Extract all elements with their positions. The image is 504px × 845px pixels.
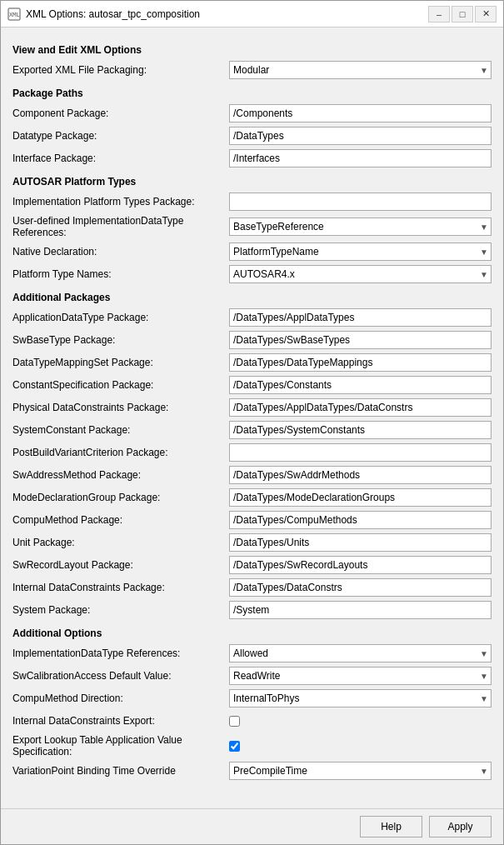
application-datatype-package-input[interactable] (229, 308, 492, 327)
sw-calibration-access-select[interactable]: ReadWrite ReadOnly NotAccessible (229, 667, 492, 685)
user-defined-impl-refs-wrapper: BaseTypeReference None ▼ (229, 218, 492, 236)
physical-dataconstraints-package-input[interactable] (229, 398, 492, 417)
datatype-package-input[interactable] (229, 127, 492, 145)
section-view-edit-header: View and Edit XML Options (12, 44, 492, 56)
impl-datatype-references-wrapper: Allowed Not Allowed ▼ (229, 644, 492, 662)
sw-basetype-package-label: SwBaseType Package: (12, 334, 229, 346)
internal-dataconstraints-package-label: Internal DataConstraints Package: (12, 582, 229, 593)
xml-icon: XML (7, 8, 21, 21)
title-bar: XML XML Options: autosar_tpc_composition… (1, 1, 503, 28)
physical-dataconstraints-package-row: Physical DataConstraints Package: (12, 398, 492, 417)
impl-datatype-references-label: ImplementationDataType References: (12, 648, 229, 659)
mode-declaration-group-package-input[interactable] (229, 488, 492, 507)
sw-address-method-package-input[interactable] (229, 466, 492, 484)
variation-point-binding-time-row: VariationPoint Binding Time Override Pre… (12, 762, 492, 780)
close-button[interactable]: ✕ (475, 6, 497, 22)
unit-package-row: Unit Package: (12, 533, 492, 552)
impl-platform-types-package-input[interactable] (229, 192, 492, 211)
platform-type-names-wrapper: AUTOSAR4.x AUTOSAR3.x ▼ (229, 265, 492, 283)
impl-datatype-references-row: ImplementationDataType References: Allow… (12, 644, 492, 662)
compu-method-package-input[interactable] (229, 511, 492, 529)
maximize-button[interactable]: □ (452, 6, 473, 22)
component-package-row: Component Package: (12, 104, 492, 122)
impl-platform-types-package-label: Implementation Platform Types Package: (12, 196, 229, 208)
export-lookup-table-row: Export Lookup Table Application Value Sp… (12, 734, 492, 758)
user-defined-impl-refs-label: User-defined ImplementationDataType Refe… (12, 215, 229, 238)
compu-method-package-label: CompuMethod Package: (12, 514, 229, 526)
internal-dataconstraints-export-checkbox[interactable] (229, 716, 240, 727)
unit-package-input[interactable] (229, 533, 492, 552)
sw-basetype-package-input[interactable] (229, 331, 492, 349)
exported-xml-file-packaging-select[interactable]: Modular Single (229, 61, 492, 79)
sw-basetype-package-row: SwBaseType Package: (12, 331, 492, 349)
platform-type-names-label: Platform Type Names: (12, 268, 229, 280)
system-package-label: System Package: (12, 604, 229, 616)
application-datatype-package-row: ApplicationDataType Package: (12, 308, 492, 327)
native-declaration-label: Native Declaration: (12, 246, 229, 258)
application-datatype-package-label: ApplicationDataType Package: (12, 312, 229, 323)
datatype-mappingset-package-row: DataTypeMappingSet Package: (12, 353, 492, 372)
section-additional-options-header: Additional Options (12, 628, 492, 639)
section-package-paths-header: Package Paths (12, 88, 492, 99)
main-window: XML XML Options: autosar_tpc_composition… (0, 0, 504, 845)
title-bar-left: XML XML Options: autosar_tpc_composition (7, 8, 200, 21)
variation-point-binding-time-select[interactable]: PreCompileTime LinkTime PostBuild (229, 762, 492, 780)
title-bar-buttons: – □ ✕ (428, 6, 497, 22)
unit-package-label: Unit Package: (12, 537, 229, 548)
compu-method-package-row: CompuMethod Package: (12, 511, 492, 529)
interface-package-row: Interface Package: (12, 149, 492, 168)
component-package-input[interactable] (229, 104, 492, 122)
internal-dataconstraints-package-input[interactable] (229, 578, 492, 597)
system-constant-package-label: SystemConstant Package: (12, 424, 229, 436)
interface-package-label: Interface Package: (12, 152, 229, 164)
compu-method-direction-row: CompuMethod Direction: InternalToPhys Ph… (12, 689, 492, 708)
variation-point-binding-time-wrapper: PreCompileTime LinkTime PostBuild ▼ (229, 762, 492, 780)
sw-address-method-package-label: SwAddressMethod Package: (12, 469, 229, 481)
export-lookup-table-checkbox[interactable] (229, 741, 240, 752)
system-constant-package-row: SystemConstant Package: (12, 421, 492, 439)
native-declaration-select[interactable]: PlatformTypeName None (229, 242, 492, 261)
native-declaration-row: Native Declaration: PlatformTypeName Non… (12, 242, 492, 261)
window-title: XML Options: autosar_tpc_composition (26, 8, 200, 20)
sw-calibration-access-wrapper: ReadWrite ReadOnly NotAccessible ▼ (229, 667, 492, 685)
section-additional-packages-header: Additional Packages (12, 292, 492, 303)
apply-button[interactable]: Apply (429, 816, 492, 838)
system-package-row: System Package: (12, 601, 492, 619)
constant-specification-package-input[interactable] (229, 376, 492, 394)
system-package-input[interactable] (229, 601, 492, 619)
impl-datatype-references-select[interactable]: Allowed Not Allowed (229, 644, 492, 662)
internal-dataconstraints-export-row: Internal DataConstraints Export: (12, 712, 492, 730)
compu-method-direction-wrapper: InternalToPhys PhysToInternal ▼ (229, 689, 492, 708)
variation-point-binding-time-label: VariationPoint Binding Time Override (12, 765, 229, 777)
footer: Help Apply (1, 808, 503, 844)
sw-record-layout-package-input[interactable] (229, 556, 492, 574)
datatype-mappingset-package-input[interactable] (229, 353, 492, 372)
system-constant-package-input[interactable] (229, 421, 492, 439)
minimize-button[interactable]: – (428, 6, 450, 22)
internal-dataconstraints-export-label: Internal DataConstraints Export: (12, 715, 229, 727)
impl-platform-types-package-row: Implementation Platform Types Package: (12, 192, 492, 211)
platform-type-names-row: Platform Type Names: AUTOSAR4.x AUTOSAR3… (12, 265, 492, 283)
sw-calibration-access-label: SwCalibrationAccess Default Value: (12, 670, 229, 682)
exported-xml-file-packaging-row: Exported XML File Packaging: Modular Sin… (12, 61, 492, 79)
platform-type-names-select[interactable]: AUTOSAR4.x AUTOSAR3.x (229, 265, 492, 283)
datatype-package-label: Datatype Package: (12, 130, 229, 142)
post-build-variant-criterion-package-input[interactable] (229, 443, 492, 462)
help-button[interactable]: Help (360, 816, 422, 838)
datatype-mappingset-package-label: DataTypeMappingSet Package: (12, 357, 229, 368)
datatype-package-row: Datatype Package: (12, 127, 492, 145)
mode-declaration-group-package-label: ModeDeclarationGroup Package: (12, 492, 229, 503)
user-defined-impl-refs-select[interactable]: BaseTypeReference None (229, 218, 492, 236)
component-package-label: Component Package: (12, 108, 229, 119)
interface-package-input[interactable] (229, 149, 492, 168)
sw-record-layout-package-row: SwRecordLayout Package: (12, 556, 492, 574)
post-build-variant-criterion-package-row: PostBuildVariantCriterion Package: (12, 443, 492, 462)
compu-method-direction-select[interactable]: InternalToPhys PhysToInternal (229, 689, 492, 708)
section-autosar-platform-header: AUTOSAR Platform Types (12, 176, 492, 188)
sw-record-layout-package-label: SwRecordLayout Package: (12, 559, 229, 571)
constant-specification-package-label: ConstantSpecification Package: (12, 379, 229, 391)
constant-specification-package-row: ConstantSpecification Package: (12, 376, 492, 394)
sw-address-method-package-row: SwAddressMethod Package: (12, 466, 492, 484)
export-lookup-table-label: Export Lookup Table Application Value Sp… (12, 734, 229, 758)
user-defined-impl-refs-row: User-defined ImplementationDataType Refe… (12, 215, 492, 238)
